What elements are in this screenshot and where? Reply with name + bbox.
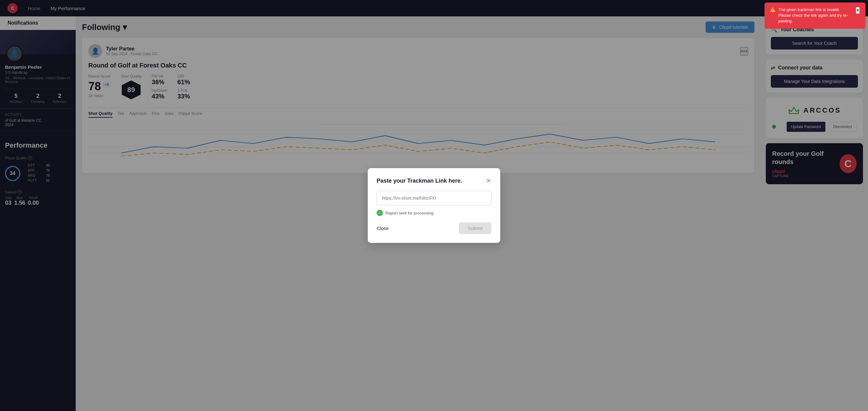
modal-close-button[interactable]: Close [377,225,389,231]
modal-submit-button[interactable]: Submit [459,222,491,234]
modal-footer: Close Submit [377,222,491,234]
modal-overlay: Paste your Trackman Link here. ✕ ✓ Repor… [0,0,868,411]
warning-icon: ⚠️ [770,7,775,12]
trackman-link-input[interactable] [377,191,491,205]
toast-message: The given trackman link is invalid. Plea… [778,7,850,24]
modal-close-x-button[interactable]: ✕ [486,177,491,185]
modal-success-message: ✓ Report sent for processing [377,210,491,216]
success-check-icon: ✓ [377,210,383,216]
toast-close-button[interactable]: × [856,7,860,14]
modal-header: Paste your Trackman Link here. ✕ [377,177,491,185]
error-toast: ⚠️ The given trackman link is invalid. P… [765,2,866,29]
modal-title: Paste your Trackman Link here. [377,178,462,184]
modal-box: Paste your Trackman Link here. ✕ ✓ Repor… [368,168,500,243]
